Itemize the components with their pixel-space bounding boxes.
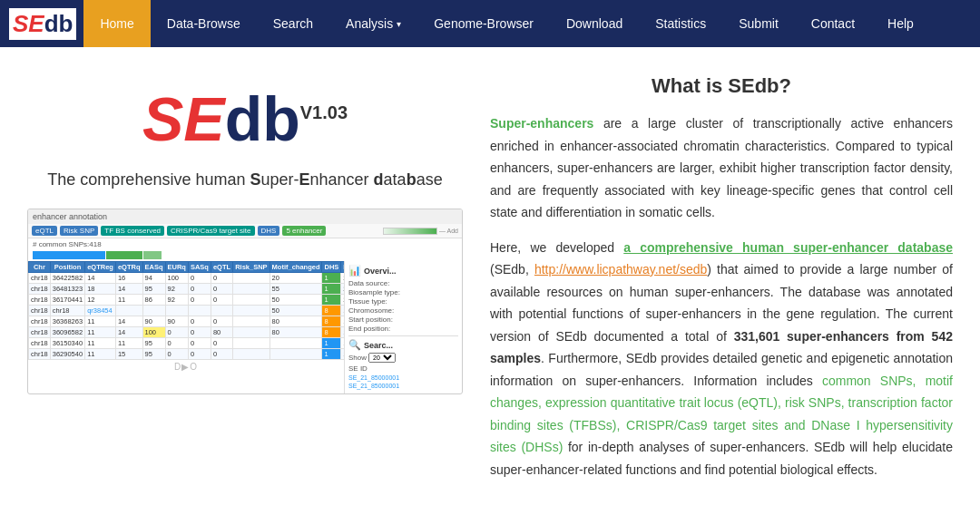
mock-snp-section: # common SNPs:418 bbox=[28, 238, 462, 250]
nav-item-databrowse[interactable]: Data-Browse bbox=[151, 0, 257, 47]
nav-item-help[interactable]: Help bbox=[871, 0, 930, 47]
description-para2: Here, we developed a comprehensive human… bbox=[490, 237, 953, 481]
mock-main-area: Chr Position eQTReg eQTRq EASq EURq SASq… bbox=[28, 261, 462, 393]
table-row: chr18 36096582 11 14 100 0 0 80 80 8 bbox=[29, 327, 345, 338]
tagline: The comprehensive human Super-Enhancer d… bbox=[27, 168, 463, 192]
section-title: What is SEdb? bbox=[490, 74, 953, 98]
para1-rest: are a large cluster of transcriptionally… bbox=[490, 116, 953, 219]
brand-db: db bbox=[44, 8, 77, 40]
table-row: chr18 36481323 18 14 95 92 0 0 55 1 bbox=[29, 284, 345, 295]
description-para1: Super-enhancers are a large cluster of t… bbox=[490, 112, 953, 224]
brand-se: SE bbox=[9, 8, 44, 40]
mock-btn-dhs[interactable]: DHS bbox=[258, 226, 280, 236]
mock-biosample: Biosample type: bbox=[348, 288, 458, 296]
mock-table-header: Chr Position eQTReg eQTRq EASq EURq SASq… bbox=[29, 262, 345, 273]
mock-toolbar: enhancer annotation bbox=[28, 209, 462, 224]
mock-chr: Chromosome: bbox=[348, 306, 458, 315]
nav-item-search[interactable]: Search bbox=[257, 0, 329, 47]
mock-search-title: 🔍 Searc... bbox=[348, 339, 458, 351]
mock-snp-label: # common SNPs:418 bbox=[33, 240, 102, 248]
nav-item-genomebrowser[interactable]: Genome-Browser bbox=[417, 0, 550, 47]
table-row: chr18 36150340 11 11 95 0 0 0 1 bbox=[29, 338, 345, 349]
table-row: chr18 36170441 12 11 86 92 0 0 50 1 bbox=[29, 295, 345, 306]
mock-bars bbox=[28, 250, 462, 261]
mock-btn-eqtl[interactable]: eQTL bbox=[32, 226, 57, 236]
nav-item-contact[interactable]: Contact bbox=[795, 0, 871, 47]
logo-db: db bbox=[225, 84, 300, 153]
bar-lightgreen bbox=[143, 251, 162, 259]
mock-datasource: Data source: bbox=[348, 279, 458, 287]
right-panel: What is SEdb? Super-enhancers are a larg… bbox=[490, 65, 953, 487]
table-row: chr18 chr18 qr38454 50 8 bbox=[29, 306, 345, 316]
mock-side-panel: 📊 Overvi... Data source: Biosample type:… bbox=[344, 261, 462, 393]
dropdown-arrow-icon: ▾ bbox=[397, 19, 401, 29]
mock-id-label: SE ID bbox=[348, 364, 458, 373]
nav-item-download[interactable]: Download bbox=[550, 0, 639, 47]
mock-show-select[interactable]: 20 bbox=[368, 353, 396, 363]
mock-table-area: Chr Position eQTReg eQTRq EASq EURq SASq… bbox=[28, 261, 344, 393]
mock-btn-tfbs[interactable]: TF BS conserved bbox=[101, 226, 164, 236]
para2-url[interactable]: http://www.licpathway.net/sedb bbox=[534, 262, 707, 277]
mock-list-item-1[interactable]: SE_21_85000001 bbox=[348, 374, 458, 382]
mock-buttons-row: eQTL Risk SNP TF BS conserved CRISPR/Cas… bbox=[28, 224, 462, 238]
super-enhancers-highlight: Super-enhancers bbox=[490, 116, 593, 131]
para2-link1[interactable]: a comprehensive human super-enhancer dat… bbox=[623, 240, 953, 255]
mock-show-label: Show bbox=[348, 354, 367, 362]
bar-green bbox=[106, 251, 142, 259]
left-panel: SEdbV1.03 The comprehensive human Super-… bbox=[27, 65, 463, 487]
mock-btn-crispr[interactable]: CRISPR/Cas9 target site bbox=[167, 226, 254, 236]
table-row: chr18 36290540 11 15 95 0 0 0 1 bbox=[29, 349, 345, 360]
bar-blue bbox=[33, 251, 105, 259]
mock-tissue: Tissue type: bbox=[348, 297, 458, 306]
nav-item-submit[interactable]: Submit bbox=[722, 0, 795, 47]
table-row: chr18 36422582 14 16 94 100 0 0 20 1 bbox=[29, 273, 345, 284]
main-content: SEdbV1.03 The comprehensive human Super-… bbox=[0, 47, 980, 505]
brand-logo[interactable]: SE db bbox=[9, 8, 76, 40]
logo-se: SE bbox=[142, 84, 225, 153]
nav-items: Home Data-Browse Search Analysis ▾ Genom… bbox=[83, 0, 929, 47]
logo-version: V1.03 bbox=[300, 102, 348, 122]
mock-show-row: Show 20 bbox=[348, 353, 458, 363]
para2-start: Here, we developed bbox=[490, 240, 623, 255]
table-row: chr18 36368263 11 14 90 90 0 0 80 8 bbox=[29, 316, 345, 327]
mock-start: Start position: bbox=[348, 316, 458, 324]
logo-section: SEdbV1.03 bbox=[27, 65, 463, 168]
mock-list-item-2[interactable]: SE_21_85000001 bbox=[348, 382, 458, 390]
mock-btn-enhancer[interactable]: 5 enhancer bbox=[282, 226, 326, 236]
mock-watermark: D▶O bbox=[28, 360, 344, 374]
nav-item-statistics[interactable]: Statistics bbox=[639, 0, 722, 47]
nav-item-home[interactable]: Home bbox=[83, 0, 150, 47]
navbar: SE db Home Data-Browse Search Analysis ▾… bbox=[0, 0, 980, 47]
tagline-text: The comprehensive human Super-Enhancer d… bbox=[47, 170, 442, 189]
screenshot-mockup: enhancer annotation eQTL Risk SNP TF BS … bbox=[27, 209, 463, 394]
nav-analysis-label: Analysis bbox=[346, 16, 393, 31]
logo-display: SEdbV1.03 bbox=[142, 84, 348, 153]
mock-btn-risksnp[interactable]: Risk SNP bbox=[60, 226, 98, 236]
para2-mid: (SEdb, bbox=[490, 262, 534, 277]
mock-end: End position: bbox=[348, 325, 458, 333]
mock-toolbar-label: enhancer annotation bbox=[33, 212, 107, 221]
mock-overview-title: 📊 Overvi... bbox=[348, 265, 458, 277]
nav-item-analysis[interactable]: Analysis ▾ bbox=[329, 0, 417, 47]
mock-table: Chr Position eQTReg eQTRq EASq EURq SASq… bbox=[28, 261, 344, 360]
